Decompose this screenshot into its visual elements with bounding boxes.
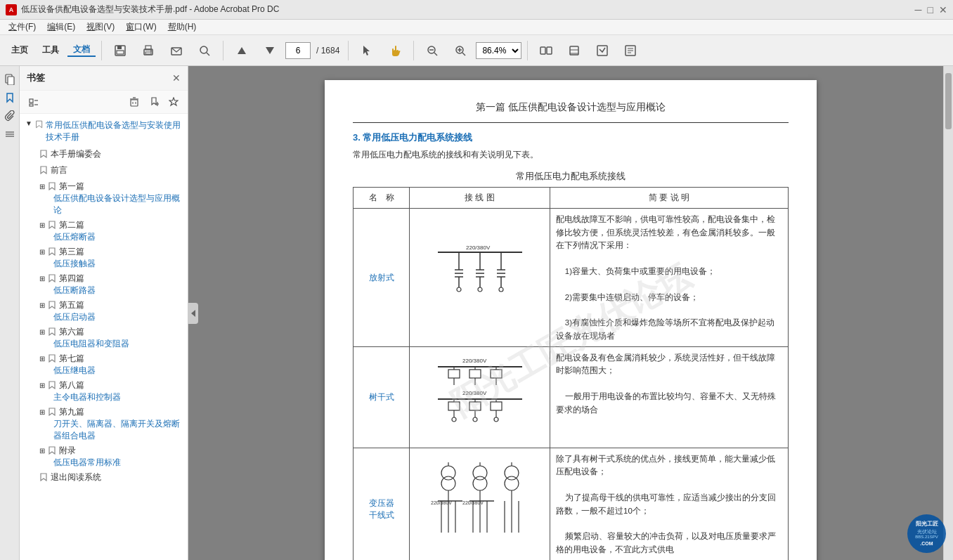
pages-panel-icon[interactable] [2, 72, 18, 87]
row2-name: 变压器干线式 [354, 448, 410, 560]
svg-marker-12 [363, 46, 370, 56]
bm-section-8: ⊞ 第九篇 刀开关、隔离器、隔离开关及熔断器组合电器 [34, 404, 188, 443]
bm-sec-sub-3[interactable]: 低压断路器 [39, 285, 182, 297]
print-btn[interactable] [136, 38, 161, 63]
table-row-2: 变压器干线式 [354, 448, 789, 560]
bm-sec-sub-4[interactable]: 低压启动器 [39, 311, 182, 323]
email-btn[interactable] [164, 38, 189, 63]
svg-marker-48 [169, 98, 178, 105]
bm-item-exit[interactable]: 退出阅读系统 [34, 469, 188, 486]
bm-sec-sub-2[interactable]: 低压接触器 [39, 258, 182, 270]
bm-root-label[interactable]: 常用低压供配电设备选型与安装使用技术手册 [46, 119, 182, 143]
menu-edit[interactable]: 编辑(E) [41, 20, 81, 34]
layers-icon[interactable] [2, 126, 18, 142]
scrollbar[interactable] [943, 66, 953, 560]
bm-root-item[interactable]: ▼ 常用低压供配电设备选型与安装使用技术手册 [20, 117, 188, 146]
bm-section-header-7[interactable]: ⊞ 第八篇 [39, 379, 182, 391]
bm-sec-sub-0[interactable]: 低压供配电设备设计选型与应用概论 [39, 193, 182, 216]
bm-toggle-0: ⊞ [39, 183, 45, 190]
attachments-icon[interactable] [2, 108, 18, 124]
toolbar-tools[interactable]: 工具 [37, 44, 65, 56]
save-btn[interactable] [108, 38, 133, 63]
bookmarks-panel-icon[interactable] [2, 90, 18, 105]
pdf-section-title: 第一篇 低压供配电设备设计选型与应用概论 [353, 101, 789, 114]
row2-desc: 除了具有树干式系统的优点外，接线更简单，能大量减少低压配电设备； 为了提高母干线… [550, 448, 789, 560]
menu-view[interactable]: 视图(V) [81, 20, 120, 34]
bm-sec-sub-8[interactable]: 刀开关、隔离器、隔离开关及熔断器组合电器 [39, 418, 182, 442]
bm-section-header-8[interactable]: ⊞ 第九篇 [39, 406, 182, 418]
bm-root-toggle[interactable]: ▼ [25, 119, 32, 127]
svg-marker-10 [238, 47, 246, 54]
bm-section-header-2[interactable]: ⊞ 第三篇 [39, 246, 182, 258]
svg-point-112 [441, 466, 455, 480]
pdf-divider [353, 122, 789, 123]
svg-point-6 [150, 50, 152, 51]
row2-diagram: 220/380V 220/380V [410, 448, 550, 560]
bm-section-header-4[interactable]: ⊞ 第五篇 [39, 299, 182, 311]
menu-window[interactable]: 窗口(W) [120, 20, 162, 34]
page-input[interactable] [285, 42, 311, 59]
pdf-area[interactable]: 阳光工匠光伏论坛 第一篇 低压供配电设备设计选型与应用概论 3. 常用低压电力配… [188, 66, 953, 560]
main-area: 书签 ✕ ▼ 常用低压供配电设备选型与安装使用技术手册 [0, 66, 953, 560]
tool2-btn[interactable] [562, 38, 587, 63]
svg-marker-54 [49, 248, 55, 255]
svg-point-121 [505, 476, 519, 490]
svg-rect-5 [145, 52, 151, 54]
svg-marker-59 [49, 382, 55, 389]
sep5 [527, 41, 528, 60]
bm-section-header-9[interactable]: ⊞ 附录 [39, 445, 182, 457]
svg-point-85 [499, 287, 503, 292]
menu-help[interactable]: 帮助(H) [162, 20, 202, 34]
tool1-btn[interactable] [533, 38, 559, 63]
bookmark-icon-s7 [48, 381, 56, 389]
bm-star-btn[interactable] [165, 93, 182, 110]
bm-section-4: ⊞ 第五篇 低压启动器 [34, 297, 188, 324]
bm-add-btn[interactable] [145, 93, 162, 110]
menu-file[interactable]: 文件(F) [3, 20, 41, 34]
bm-section-header-6[interactable]: ⊞ 第七篇 [39, 353, 182, 365]
bm-sec-sub-9[interactable]: 低压电器常用标准 [39, 457, 182, 469]
bm-section-3: ⊞ 第四篇 低压断路器 [34, 271, 188, 297]
bookmark-icon-s5 [48, 327, 56, 336]
bm-section-header-5[interactable]: ⊞ 第六篇 [39, 326, 182, 338]
maximize-btn[interactable]: □ [928, 4, 933, 15]
hand-tool-btn[interactable] [382, 38, 408, 63]
toolbar-home[interactable]: 主页 [6, 44, 34, 56]
bm-sec-sub-1[interactable]: 低压熔断器 [39, 231, 182, 243]
nav-down-btn[interactable] [257, 38, 283, 63]
svg-marker-62 [41, 474, 46, 481]
zoom-select[interactable]: 86.4% 50% 75% 100% 125% 150% 200% [476, 42, 521, 59]
search-btn[interactable] [192, 38, 217, 63]
bm-section-header-1[interactable]: ⊞ 第二篇 [39, 219, 182, 231]
bookmarks-close-btn[interactable]: ✕ [172, 72, 181, 84]
svg-rect-102 [491, 402, 502, 410]
svg-rect-40 [131, 100, 138, 106]
bm-section-header-0[interactable]: ⊞ 第一篇 [39, 181, 182, 193]
row0-desc: 配电线故障互不影响，供电可靠性较高，配电设备集中，检修比较方便，但系统灵活性较差… [550, 209, 789, 347]
bm-section-header-3[interactable]: ⊞ 第四篇 [39, 273, 182, 285]
zoom-out-btn[interactable] [420, 38, 445, 63]
svg-marker-55 [49, 275, 55, 282]
th-diagram: 接 线 图 [410, 188, 550, 209]
bm-delete-btn[interactable] [126, 93, 143, 110]
toolbar-document[interactable]: 文档 [67, 44, 96, 57]
minimize-btn[interactable]: ─ [915, 4, 922, 15]
bm-sec-sub-7[interactable]: 主令电器和控制器 [39, 391, 182, 403]
zoom-in-btn[interactable] [448, 38, 473, 63]
bm-expand-btn[interactable] [25, 93, 42, 110]
select-tool-btn[interactable] [354, 38, 380, 63]
close-btn[interactable]: ✕ [939, 4, 947, 15]
bm-item-0[interactable]: 本手册编委会 [34, 146, 188, 162]
collapse-panel-btn[interactable] [188, 303, 198, 324]
bm-item-1[interactable]: 前言 [34, 162, 188, 178]
bm-sec-sub-5[interactable]: 低压电阻器和变阻器 [39, 338, 182, 350]
svg-line-15 [434, 53, 437, 56]
svg-marker-56 [49, 301, 55, 308]
nav-up-btn[interactable] [229, 38, 254, 63]
circuit-svg-0: 220/380V [424, 238, 536, 315]
svg-marker-57 [49, 328, 55, 335]
bm-sec-sub-6[interactable]: 低压继电器 [39, 365, 182, 377]
tool3-btn[interactable] [590, 38, 615, 63]
tool4-btn[interactable] [618, 38, 643, 63]
scrollbar-thumb[interactable] [945, 73, 952, 129]
